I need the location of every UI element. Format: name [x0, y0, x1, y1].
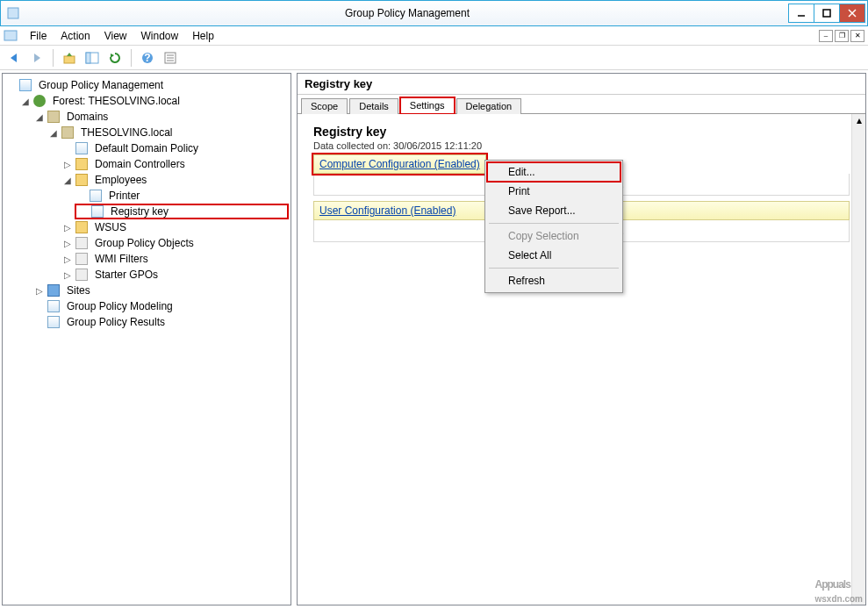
report-heading: Registry key	[313, 125, 850, 139]
svg-marker-7	[34, 54, 40, 62]
ou-icon	[75, 157, 89, 171]
mdi-close-button[interactable]: ✕	[850, 30, 864, 42]
svg-rect-5	[4, 31, 17, 40]
tree-domain[interactable]: ◢THESOLVING.local	[47, 125, 289, 140]
menu-view[interactable]: View	[97, 28, 134, 44]
refresh-button[interactable]	[104, 47, 126, 68]
menu-action[interactable]: Action	[54, 28, 97, 44]
svg-marker-9	[67, 53, 72, 56]
vertical-scrollbar[interactable]: ▴	[851, 114, 865, 605]
svg-rect-0	[8, 8, 18, 18]
expand-icon[interactable]: ▷	[62, 159, 73, 169]
svg-rect-11	[86, 53, 90, 63]
ctx-print[interactable]: Print	[487, 182, 621, 201]
collapse-icon[interactable]: ◢	[62, 175, 73, 185]
window-title: Group Policy Management	[25, 7, 789, 19]
folder-icon	[75, 268, 89, 282]
tree-gp-results[interactable]: Group Policy Results	[32, 314, 289, 330]
ctx-refresh[interactable]: Refresh	[487, 271, 621, 290]
collapse-icon[interactable]: ◢	[20, 96, 31, 106]
forest-icon	[32, 94, 47, 108]
ou-icon	[75, 220, 89, 234]
expand-icon[interactable]: ▷	[34, 285, 45, 296]
tabstrip: Scope Details Settings Delegation	[298, 95, 865, 114]
expand-icon[interactable]: ▷	[62, 254, 73, 264]
help-button[interactable]: ?	[137, 47, 158, 68]
svg-rect-8	[64, 56, 75, 63]
expand-icon[interactable]: ▷	[62, 269, 73, 280]
back-button[interactable]	[4, 47, 25, 68]
expand-icon[interactable]: ▷	[62, 222, 73, 233]
svg-marker-6	[11, 54, 17, 62]
ou-icon	[75, 173, 89, 187]
tree-forest[interactable]: ◢Forest: THESOLVING.local	[18, 93, 289, 109]
tab-delegation[interactable]: Delegation	[456, 98, 522, 114]
tree-gp-modeling[interactable]: Group Policy Modeling	[32, 298, 289, 314]
tree-starter-gpos[interactable]: ▷Starter GPOs	[61, 267, 289, 283]
gpo-link-icon	[89, 189, 103, 203]
navigation-tree[interactable]: Group Policy Management ◢Forest: THESOLV…	[2, 73, 291, 605]
context-menu: Edit... Print Save Report... Copy Select…	[484, 160, 623, 293]
tree-domains[interactable]: ◢Domains	[32, 109, 289, 125]
folder-icon	[75, 236, 89, 250]
ctx-copy-selection: Copy Selection	[487, 226, 621, 246]
console-icon	[4, 29, 18, 43]
show-hide-tree-button[interactable]	[82, 47, 103, 68]
toolbar: ?	[0, 46, 868, 70]
toolbar-separator	[53, 49, 54, 67]
ctx-separator	[489, 223, 619, 224]
tree-registry-key[interactable]: Registry key	[75, 204, 289, 219]
tree-sites[interactable]: ▷Sites	[32, 283, 289, 298]
tree-domain-controllers[interactable]: ▷Domain Controllers	[61, 156, 289, 172]
menu-file[interactable]: File	[23, 28, 54, 44]
menu-window[interactable]: Window	[134, 28, 186, 44]
results-icon	[47, 315, 61, 329]
details-title: Registry key	[298, 74, 865, 95]
folder-icon	[75, 252, 89, 266]
ctx-edit[interactable]: Edit...	[487, 162, 621, 182]
collapse-icon[interactable]: ◢	[34, 111, 45, 122]
tree-default-domain-policy[interactable]: Default Domain Policy	[61, 140, 289, 156]
scroll-up-icon[interactable]: ▴	[852, 114, 865, 126]
up-button[interactable]	[59, 47, 80, 68]
toolbar-separator	[131, 49, 132, 67]
tree-group-policy-objects[interactable]: ▷Group Policy Objects	[61, 235, 289, 251]
close-button[interactable]	[839, 4, 865, 23]
report-collected-on: Data collected on: 30/06/2015 12:11:20	[313, 140, 850, 151]
chevron-down-icon[interactable]	[6, 80, 17, 90]
mdi-restore-button[interactable]: ❐	[835, 30, 849, 42]
mdi-minimize-button[interactable]: –	[819, 30, 833, 42]
minimize-button[interactable]	[788, 4, 814, 23]
tree-wmi-filters[interactable]: ▷WMI Filters	[61, 251, 289, 267]
gpo-link-icon	[90, 204, 104, 219]
tree-root[interactable]: Group Policy Management	[4, 77, 289, 93]
tab-settings[interactable]: Settings	[400, 97, 455, 114]
menu-help[interactable]: Help	[185, 28, 221, 44]
modeling-icon	[47, 299, 61, 313]
tab-details[interactable]: Details	[349, 98, 398, 114]
window-titlebar: Group Policy Management	[0, 0, 868, 26]
ctx-separator	[489, 268, 619, 269]
svg-marker-12	[111, 54, 114, 58]
domain-icon	[61, 125, 75, 140]
forward-button[interactable]	[26, 47, 47, 68]
sites-icon	[47, 283, 61, 297]
tree-employees[interactable]: ◢Employees	[61, 172, 289, 188]
folder-icon	[47, 110, 61, 124]
collapse-icon[interactable]: ◢	[48, 127, 59, 138]
maximize-button[interactable]	[814, 4, 840, 23]
menubar: File Action View Window Help – ❐ ✕	[0, 26, 868, 46]
tree-printer[interactable]: Printer	[75, 188, 289, 204]
computer-configuration-header[interactable]: Computer Configuration (Enabled)	[313, 154, 486, 174]
tab-scope[interactable]: Scope	[301, 98, 348, 114]
tree-wsus[interactable]: ▷WSUS	[61, 219, 289, 235]
watermark: Appuals wsxdn.com	[815, 566, 863, 604]
gpo-icon	[75, 141, 89, 155]
properties-button[interactable]	[160, 47, 181, 68]
details-pane: Registry key Scope Details Settings Dele…	[297, 73, 866, 605]
svg-text:?: ?	[144, 52, 150, 64]
ctx-save-report[interactable]: Save Report...	[487, 201, 621, 220]
expand-icon[interactable]: ▷	[62, 238, 73, 248]
svg-rect-2	[823, 10, 830, 17]
ctx-select-all[interactable]: Select All	[487, 246, 621, 265]
